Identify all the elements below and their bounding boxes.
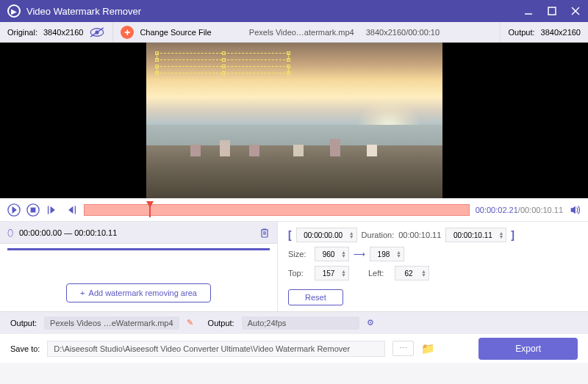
save-row: Save to: D:\Aiseesoft Studio\Aiseesoft V… (0, 333, 588, 363)
start-time-input[interactable]: ▲▼ (296, 228, 357, 242)
watermark-selection-1[interactable] (157, 53, 289, 60)
duration-value: 00:00:10.11 (398, 231, 441, 239)
minimize-button[interactable] (523, 6, 534, 16)
area-timeline-bar (7, 248, 270, 250)
playhead-icon[interactable] (146, 198, 154, 206)
original-resolution: 3840x2160 (43, 28, 83, 37)
video-preview[interactable] (0, 43, 588, 198)
timeline-scrubber[interactable] (84, 204, 470, 216)
top-input[interactable]: ▲▼ (315, 266, 349, 280)
add-area-button[interactable]: +Add watermark removing area (66, 283, 211, 303)
source-res-time: 3840x2160/00:00:10 (366, 28, 440, 37)
add-source-icon[interactable]: + (121, 26, 134, 39)
area-item[interactable]: ⬯ 00:00:00.00 — 00:00:10.11 (0, 222, 277, 244)
set-end-button[interactable] (65, 203, 78, 217)
app-title: Video Watermark Remover (26, 6, 523, 17)
bracket-end-icon[interactable]: ] (511, 229, 514, 241)
output-filename: Pexels Videos …eWatermark.mp4 (44, 316, 179, 330)
delete-area-button[interactable] (259, 228, 270, 238)
watermark-selection-2[interactable] (157, 66, 289, 73)
player-controls: 00:00:02.21/00:00:10.11 (0, 198, 588, 222)
end-time-input[interactable]: ▲▼ (445, 228, 506, 242)
header-bar: Original: 3840x2160 + Change Source File… (0, 22, 588, 43)
maximize-button[interactable] (547, 6, 557, 16)
edit-filename-icon[interactable]: ✎ (187, 318, 193, 327)
save-path: D:\Aiseesoft Studio\Aiseesoft Video Conv… (47, 341, 385, 357)
svg-rect-9 (31, 208, 35, 211)
browse-path-button[interactable]: ⋯ (392, 341, 414, 356)
save-to-label: Save to: (10, 344, 40, 353)
output-file-label: Output: (10, 319, 37, 327)
bracket-start-icon[interactable]: [ (288, 229, 292, 241)
output-format: Auto;24fps (242, 316, 359, 330)
duration-label: Duration: (362, 231, 395, 239)
output-resolution: 3840x2160 (541, 28, 581, 37)
left-input[interactable]: ▲▼ (395, 266, 429, 280)
format-settings-icon[interactable]: ⚙ (367, 318, 374, 327)
left-label: Left: (368, 269, 390, 278)
change-source-button[interactable]: Change Source File (140, 28, 211, 37)
link-aspect-icon[interactable]: ⟶ (354, 250, 365, 259)
preview-toggle-icon[interactable] (89, 27, 105, 37)
area-time-range: 00:00:00.00 — 00:00:10.11 (19, 228, 117, 237)
original-label: Original: (7, 28, 37, 37)
open-folder-icon[interactable]: 📁 (421, 342, 435, 355)
size-label: Size: (288, 250, 310, 258)
output-label: Output: (508, 28, 534, 37)
svg-rect-1 (548, 7, 556, 15)
eraser-icon: ⬯ (7, 227, 13, 239)
areas-list: ⬯ 00:00:00.00 — 00:00:10.11 +Add waterma… (0, 222, 278, 311)
width-input[interactable]: ▲▼ (315, 247, 349, 261)
stop-button[interactable] (26, 203, 40, 217)
output-format-label: Output: (208, 319, 234, 327)
height-input[interactable]: ▲▼ (370, 247, 404, 261)
current-time: 00:00:02.21 (476, 206, 518, 214)
app-logo-icon: ▶ (7, 4, 21, 18)
total-time: /00:00:10.11 (518, 206, 563, 214)
close-button[interactable] (570, 6, 581, 16)
volume-icon[interactable] (569, 204, 581, 216)
reset-button[interactable]: Reset (288, 289, 343, 305)
top-label: Top: (288, 269, 310, 278)
set-start-button[interactable] (46, 203, 59, 217)
output-settings-row: Output: Pexels Videos …eWatermark.mp4 ✎ … (0, 311, 588, 333)
export-button[interactable]: Export (478, 338, 578, 360)
titlebar: ▶ Video Watermark Remover (0, 0, 588, 22)
area-properties: [ ▲▼ Duration:00:00:10.11 ▲▼ ] Size: ▲▼ … (278, 222, 588, 311)
source-filename: Pexels Video…atermark.mp4 (249, 28, 354, 37)
play-button[interactable] (7, 203, 21, 217)
